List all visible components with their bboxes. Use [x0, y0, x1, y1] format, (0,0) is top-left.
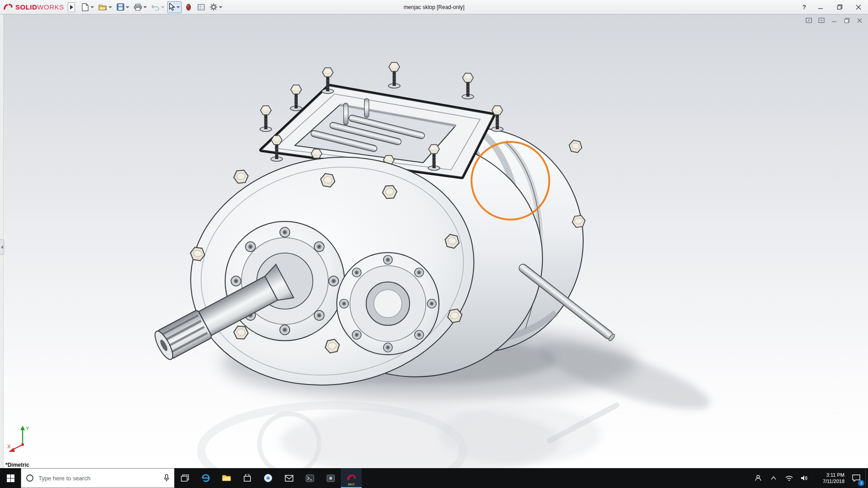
left-panel-handle[interactable] [0, 239, 4, 255]
secondary-flange[interactable] [337, 253, 439, 355]
cortana-circle-icon [26, 474, 34, 482]
solidworks-logo-icon [3, 3, 14, 11]
clock-date: 7/11/2018 [823, 478, 844, 484]
view-orientation-label: *Dimetric [5, 462, 29, 468]
doc-window-right-icon[interactable] [816, 16, 826, 24]
drawing-sheet-icon [198, 4, 205, 11]
restore-button[interactable] [830, 0, 849, 14]
menu-expand-button[interactable] [68, 2, 75, 12]
windows-logo-icon [7, 474, 14, 482]
dark-app-button[interactable] [320, 468, 341, 488]
select-tool-button[interactable] [167, 1, 182, 13]
solidworks-window: SOLIDWORKS [0, 0, 868, 488]
command-prompt-button[interactable] [299, 468, 320, 488]
clock-time: 3:11 PM [826, 472, 844, 478]
save-caret-icon [126, 6, 129, 8]
help-button[interactable]: ? [797, 4, 811, 10]
doc-restore-button[interactable] [842, 16, 852, 24]
open-button[interactable] [97, 1, 114, 13]
minimize-icon [818, 5, 823, 10]
system-tray: 3:11 PM 7/11/2018 3 [750, 468, 868, 488]
close-icon [856, 5, 861, 10]
solidworks-app-button[interactable]: 2017 [341, 468, 362, 488]
command-prompt-icon [306, 474, 314, 482]
taskbar-search[interactable]: Type here to search [21, 468, 175, 488]
solidworks-logo-text: SOLIDWORKS [15, 3, 64, 11]
print-icon [134, 4, 142, 11]
sheet-button[interactable] [195, 1, 207, 13]
housing-bolt [568, 140, 583, 153]
undo-button[interactable] [150, 1, 166, 13]
store-button[interactable] [237, 468, 258, 488]
network-button[interactable] [781, 468, 797, 488]
chrome-icon [264, 474, 273, 483]
panel-collapse-arrow-icon [1, 245, 3, 249]
volume-button[interactable] [797, 468, 812, 488]
close-button[interactable] [849, 0, 868, 14]
file-explorer-button[interactable] [216, 468, 237, 488]
open-folder-icon [99, 4, 107, 11]
y-axis-arrow-icon [20, 426, 25, 430]
new-document-caret-icon [90, 6, 94, 8]
dark-app-icon [326, 474, 335, 482]
material-button[interactable] [183, 1, 194, 13]
show-desktop-button[interactable] [865, 468, 868, 488]
network-icon [785, 475, 793, 481]
options-caret-icon [219, 6, 222, 8]
chrome-button[interactable] [258, 468, 278, 488]
undo-caret-icon [161, 6, 165, 8]
edge-button[interactable] [195, 468, 216, 488]
solidworks-version-badge: 2017 [348, 483, 355, 486]
microphone-icon[interactable] [164, 474, 170, 482]
window-controls: ? [797, 0, 868, 14]
mail-button[interactable] [278, 468, 299, 488]
save-icon [117, 3, 124, 11]
people-button[interactable] [750, 468, 766, 488]
task-view-button[interactable] [175, 468, 195, 488]
document-window-controls [804, 16, 864, 24]
edge-icon [201, 474, 210, 483]
print-button[interactable] [132, 1, 149, 13]
material-sphere-icon [186, 4, 191, 11]
triad-x-label: X [7, 444, 11, 449]
orientation-triad: Y X [6, 422, 41, 458]
gear-icon [210, 3, 217, 11]
options-button[interactable] [208, 1, 224, 13]
volume-icon [801, 475, 808, 481]
new-document-icon [81, 3, 89, 11]
flyout-arrow-icon [70, 5, 73, 9]
solidworks-logo: SOLIDWORKS [0, 3, 68, 11]
select-cursor-icon [169, 3, 175, 11]
taskbar: Type here to search [0, 468, 868, 488]
file-explorer-icon [222, 474, 231, 482]
doc-close-button[interactable] [854, 16, 864, 24]
chevron-up-icon [771, 476, 776, 480]
save-button[interactable] [115, 1, 131, 13]
taskbar-clock[interactable]: 3:11 PM 7/11/2018 [812, 468, 847, 488]
print-caret-icon [143, 6, 147, 8]
minimize-button[interactable] [811, 0, 830, 14]
search-input[interactable]: Type here to search [38, 475, 159, 482]
z-axis-dot-icon [21, 443, 24, 446]
new-document-button[interactable] [80, 1, 96, 13]
mail-icon [285, 475, 293, 482]
doc-window-left-icon[interactable] [804, 16, 814, 24]
action-center-button[interactable]: 3 [847, 468, 865, 488]
select-caret-icon [176, 6, 180, 8]
model-reflection [201, 401, 620, 468]
triad-y-label: Y [26, 426, 29, 431]
notification-badge: 3 [858, 480, 864, 486]
start-button[interactable] [0, 468, 21, 488]
restore-icon [837, 4, 843, 10]
brand-light: WORKS [37, 3, 64, 11]
undo-icon [151, 4, 160, 10]
hidden-icons-button[interactable] [766, 468, 781, 488]
people-icon [755, 474, 762, 482]
brand-bold: SOLID [15, 3, 37, 11]
doc-minimize-button[interactable] [829, 16, 839, 24]
gearbox-model[interactable] [0, 14, 868, 468]
standard-toolbar [80, 1, 224, 13]
store-icon [243, 474, 251, 482]
graphics-viewport[interactable]: Y X *Dimetric [0, 14, 868, 468]
open-caret-icon [108, 6, 112, 8]
